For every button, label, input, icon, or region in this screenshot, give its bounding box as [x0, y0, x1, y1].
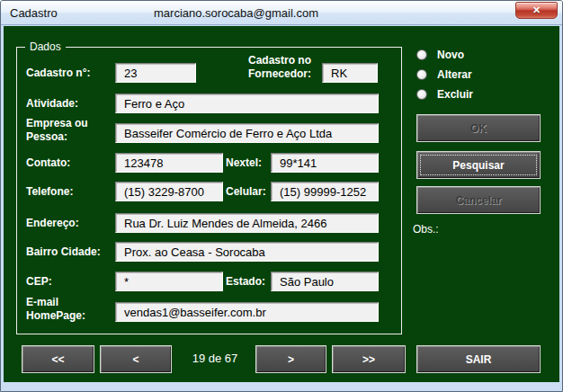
radio-excluir[interactable]: Excluir	[416, 88, 473, 101]
celular-input[interactable]	[271, 182, 379, 201]
radio-novo[interactable]: Novo	[416, 49, 464, 61]
estado-input[interactable]	[271, 272, 379, 291]
empresa-input[interactable]	[115, 123, 379, 143]
radio-alterar-circle-icon	[416, 69, 427, 80]
endereco-input[interactable]	[115, 213, 379, 233]
radio-alterar[interactable]: Alterar	[416, 68, 472, 81]
cadastro-n-label: Cadastro n°:	[26, 67, 114, 80]
last-record-button[interactable]: >>	[332, 345, 406, 373]
nextel-input[interactable]	[271, 153, 379, 173]
telefone-label: Telefone:	[26, 185, 114, 199]
ok-button[interactable]: OK	[416, 114, 541, 142]
email-label: E-mail HomePage:	[26, 296, 114, 323]
close-button[interactable]: ✕	[515, 2, 558, 19]
prev-record-button[interactable]: <	[100, 345, 172, 373]
email-input[interactable]	[115, 302, 379, 322]
radio-excluir-circle-icon	[416, 89, 427, 100]
cadastro-window: Cadastro marciano.sorocaba@gmail.com ✕ D…	[0, 0, 563, 392]
titlebar: Cadastro marciano.sorocaba@gmail.com ✕	[1, 1, 562, 25]
radio-alterar-label: Alterar	[437, 68, 472, 81]
cancelar-button[interactable]: Cancelar	[416, 186, 541, 214]
cep-label: CEP:	[26, 275, 114, 289]
next-record-button[interactable]: >	[255, 345, 326, 373]
celular-label: Celular:	[226, 185, 273, 199]
obs-label: Obs.:	[413, 223, 439, 236]
endereco-label: Endereço:	[26, 217, 114, 230]
record-position: 19 de 67	[165, 352, 264, 365]
atividade-label: Atividade:	[26, 97, 114, 111]
bairro-input[interactable]	[115, 242, 379, 262]
bairro-label: Bairro Cidade:	[26, 245, 114, 259]
estado-label: Estado:	[226, 275, 273, 289]
radio-excluir-label: Excluir	[437, 88, 473, 101]
sair-button[interactable]: SAIR	[416, 345, 541, 373]
titlebar-email: marciano.sorocaba@gmail.com	[154, 6, 318, 20]
contato-label: Contato:	[26, 156, 114, 170]
first-record-button[interactable]: <<	[22, 345, 94, 373]
pesquisar-button[interactable]: Pesquisar	[416, 151, 541, 179]
empresa-label: Empresa ou Pessoa:	[26, 117, 114, 144]
nextel-label: Nextel:	[226, 156, 273, 170]
contato-input[interactable]	[115, 153, 223, 173]
close-icon: ✕	[532, 4, 541, 15]
cep-input[interactable]	[115, 272, 223, 291]
window-title: Cadastro	[10, 6, 58, 20]
dados-legend: Dados	[25, 40, 66, 53]
atividade-input[interactable]	[115, 94, 379, 113]
fornecedor-label: Cadastro no Fornecedor:	[248, 54, 322, 81]
telefone-input[interactable]	[115, 182, 223, 201]
radio-novo-label: Novo	[437, 49, 464, 61]
form-body: Dados Cadastro n°: Cadastro no Fornecedo…	[4, 26, 559, 382]
radio-novo-circle-icon	[416, 49, 427, 60]
cadastro-n-input[interactable]	[115, 63, 196, 83]
fornecedor-input[interactable]	[322, 63, 378, 83]
